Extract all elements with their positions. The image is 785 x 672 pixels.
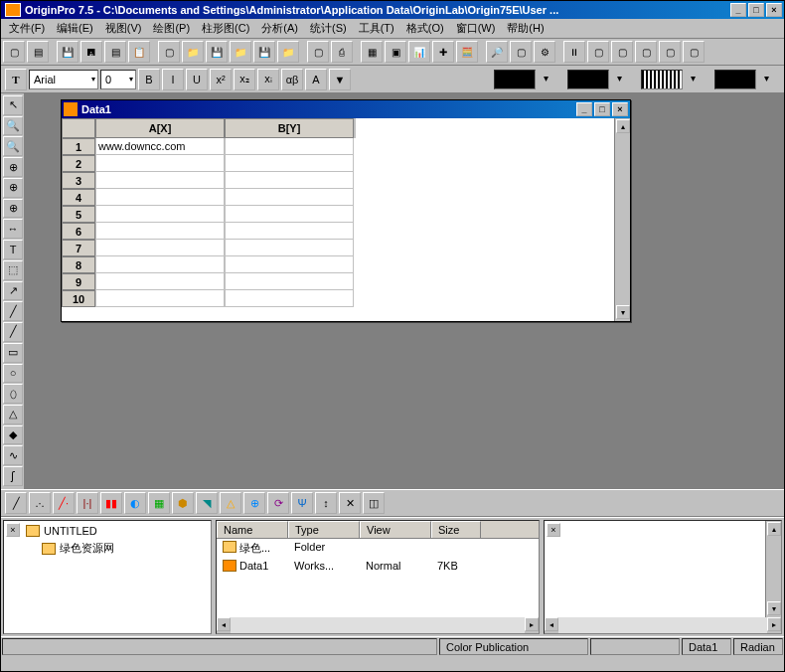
grid-cell[interactable]	[95, 206, 225, 223]
tool-button[interactable]: ∿	[3, 445, 23, 465]
graph-type-button[interactable]: ◫	[363, 492, 385, 514]
list-hscroll[interactable]: ◂▸	[217, 617, 539, 633]
list-header-size[interactable]: Size	[431, 521, 481, 538]
toolbar-button[interactable]: 🧮	[456, 41, 478, 63]
list-header-name[interactable]: Name	[217, 521, 288, 538]
format-button[interactable]: I	[162, 69, 184, 90]
format-button[interactable]: x²	[210, 69, 232, 90]
graph-type-button[interactable]: ▮▮	[100, 492, 122, 514]
format-button[interactable]: αβ	[281, 69, 303, 90]
worksheet-titlebar[interactable]: Data1 _ □ ×	[62, 100, 630, 118]
graph-type-button[interactable]: ⬢	[172, 492, 194, 514]
grid-cell[interactable]	[95, 189, 225, 206]
scroll-up-button[interactable]: ▴	[767, 522, 781, 536]
tool-button[interactable]: ╱	[3, 301, 23, 321]
tool-button[interactable]: 🔍	[3, 136, 23, 156]
font-prefix-icon[interactable]: T	[5, 69, 27, 90]
grid-cell[interactable]	[95, 256, 225, 273]
row-header[interactable]: 6	[62, 223, 95, 240]
grid-cell[interactable]	[95, 155, 225, 172]
row-header[interactable]: 1	[62, 138, 95, 155]
tool-button[interactable]: ⊕	[3, 199, 23, 219]
tool-button[interactable]: ○	[3, 364, 23, 384]
menu-statistics[interactable]: 统计(S)	[304, 19, 353, 38]
graph-type-button[interactable]: ▦	[148, 492, 170, 514]
graph-type-button[interactable]: ◥	[196, 492, 218, 514]
menu-tools[interactable]: 工具(T)	[353, 19, 400, 38]
menu-file[interactable]: 文件(F)	[3, 19, 51, 38]
scroll-right-button[interactable]: ▸	[767, 617, 781, 631]
scroll-right-button[interactable]: ▸	[525, 617, 539, 631]
row-header[interactable]: 8	[62, 256, 95, 273]
grid-cell[interactable]	[225, 240, 354, 256]
grid-cell[interactable]	[225, 172, 354, 189]
column-header-a[interactable]: A[X]	[95, 118, 225, 138]
toolbar-button[interactable]: 📁	[230, 41, 251, 63]
format-button[interactable]: x₂	[234, 69, 255, 90]
minimize-button[interactable]: _	[730, 3, 746, 17]
toolbar-button[interactable]: ▢	[510, 41, 532, 63]
toolbar-button[interactable]: ▢	[587, 41, 609, 63]
tool-button[interactable]: ⊕	[3, 178, 23, 198]
close-button[interactable]: ×	[766, 3, 782, 17]
menu-column[interactable]: 柱形图(C)	[196, 19, 255, 38]
row-header[interactable]: 4	[62, 189, 95, 206]
format-button[interactable]: A	[305, 69, 327, 90]
toolbar-button[interactable]: 📋	[128, 41, 150, 63]
grid-cell[interactable]	[95, 240, 225, 256]
scroll-down-button[interactable]: ▾	[767, 601, 781, 615]
format-button[interactable]: U	[186, 69, 208, 90]
grid-cell[interactable]	[225, 138, 354, 155]
tool-button[interactable]: T	[3, 240, 23, 259]
tool-button[interactable]: ↖	[3, 95, 23, 115]
toolbar-button[interactable]: ▤	[104, 41, 126, 63]
graph-type-button[interactable]: ⊕	[243, 492, 265, 514]
graph-type-button[interactable]: ◐	[124, 492, 146, 514]
grid-corner[interactable]	[62, 118, 95, 138]
graph-type-button[interactable]: .·.	[29, 492, 51, 514]
toolbar-button[interactable]: ▢	[158, 41, 180, 63]
column-header-b[interactable]: B[Y]	[225, 118, 354, 138]
preview-hscroll[interactable]: ◂▸	[545, 617, 781, 633]
font-size-select[interactable]: 0	[100, 70, 136, 89]
scroll-down-button[interactable]: ▾	[616, 305, 630, 319]
toolbar-button[interactable]: 💾	[57, 41, 78, 63]
grid-cell[interactable]	[225, 290, 354, 307]
toolbar-button[interactable]: 🖪	[80, 41, 102, 63]
grid-cell[interactable]	[225, 155, 354, 172]
toolbar-button[interactable]: ▢	[635, 41, 657, 63]
tool-button[interactable]: ▭	[3, 343, 23, 363]
worksheet-grid[interactable]: A[X] B[Y] 1www.downcc.com2345678910	[62, 118, 356, 321]
toolbar-button[interactable]: ⏸	[563, 41, 585, 63]
grid-cell[interactable]	[225, 206, 354, 223]
tool-button[interactable]: ◆	[3, 425, 23, 445]
toolbar-button[interactable]: 📊	[408, 41, 430, 63]
toolbar-button[interactable]: 📁	[182, 41, 204, 63]
preview-close-button[interactable]: ×	[547, 523, 560, 537]
tool-button[interactable]: △	[3, 405, 23, 424]
grid-cell[interactable]	[95, 273, 225, 290]
row-header[interactable]: 5	[62, 206, 95, 223]
grid-cell[interactable]	[225, 273, 354, 290]
graph-type-button[interactable]: ⟳	[267, 492, 289, 514]
graph-type-button[interactable]: ╱	[5, 492, 27, 514]
maximize-button[interactable]: □	[748, 3, 764, 17]
menu-edit[interactable]: 编辑(E)	[51, 19, 99, 38]
tree-close-button[interactable]: ×	[6, 523, 20, 537]
toolbar-button[interactable]: 💾	[253, 41, 275, 63]
menu-plot[interactable]: 绘图(P)	[147, 19, 196, 38]
list-header-type[interactable]: Type	[288, 521, 360, 538]
tool-button[interactable]: ⬚	[3, 260, 23, 280]
child-maximize-button[interactable]: □	[594, 102, 610, 116]
toolbar-button[interactable]: ▢	[659, 41, 681, 63]
toolbar-button[interactable]: ▢	[683, 41, 705, 63]
worksheet-vscroll[interactable]: ▴ ▾	[614, 118, 630, 321]
text-color-picker[interactable]	[714, 70, 756, 89]
menu-help[interactable]: 帮助(H)	[501, 19, 550, 38]
row-header[interactable]: 9	[62, 273, 95, 290]
graph-type-button[interactable]: ✕	[339, 492, 361, 514]
child-minimize-button[interactable]: _	[576, 102, 592, 116]
toolbar-button[interactable]: 📁	[277, 41, 299, 63]
row-header[interactable]: 10	[62, 290, 95, 307]
toolbar-button[interactable]: ▢	[3, 41, 25, 63]
